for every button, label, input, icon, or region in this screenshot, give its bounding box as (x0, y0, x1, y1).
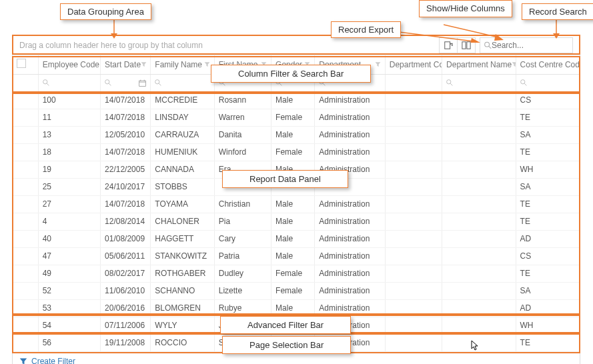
filter-icon[interactable] (141, 61, 147, 67)
cell-deptCode (385, 247, 442, 265)
col-filter-start[interactable] (101, 74, 151, 91)
cell-gender: Female (271, 265, 315, 282)
cell-start: 07/11/2006 (101, 317, 151, 334)
cell-sel (13, 334, 38, 351)
svg-line-24 (223, 83, 225, 85)
svg-line-12 (489, 46, 491, 48)
svg-line-26 (279, 83, 281, 85)
cell-deptCode (385, 317, 442, 334)
table-row[interactable]: 4705/06/2011STANKOWITZPatriaMaleAdminist… (13, 247, 580, 265)
cell-deptCode (385, 265, 442, 282)
cell-deptCode (385, 230, 442, 247)
cell-costCentre: TE (516, 143, 579, 161)
cell-deptName1: Administration (315, 213, 385, 230)
cell-first: Rosann (214, 91, 271, 109)
svg-line-32 (524, 83, 526, 85)
col-filter-deptCode[interactable] (385, 74, 442, 91)
cell-start: 22/12/2005 (101, 161, 151, 178)
cell-deptCode (385, 334, 442, 351)
filter-icon[interactable] (512, 61, 516, 67)
cell-empCode: 13 (38, 126, 100, 143)
cell-deptName2 (442, 195, 516, 213)
filter-icon[interactable] (375, 61, 381, 67)
export-button[interactable] (439, 37, 458, 53)
search-input[interactable] (492, 39, 568, 52)
cell-deptCode (385, 126, 442, 143)
columns-button[interactable] (457, 37, 476, 53)
col-header-empCode[interactable]: Employee Code (38, 55, 100, 74)
cell-sel (13, 109, 38, 126)
cell-start: 14/07/2018 (101, 91, 151, 109)
select-all-checkbox[interactable] (17, 59, 26, 68)
col-header-sel[interactable] (13, 55, 38, 74)
table-row[interactable]: 4001/08/2009HAGGETTCaryMaleAdministratio… (13, 230, 580, 247)
cell-gender: Male (271, 213, 315, 230)
cell-gender: Male (271, 247, 315, 265)
cell-sel (13, 178, 38, 195)
cell-deptName2 (442, 317, 516, 334)
cell-empCode: 53 (38, 299, 100, 317)
cell-gender: Male (271, 126, 315, 143)
col-header-costCentre[interactable]: Cost Centre Code (516, 55, 579, 74)
col-filter-costCentre[interactable] (516, 74, 579, 91)
svg-point-21 (155, 80, 159, 84)
col-filter-sel[interactable] (13, 74, 38, 91)
cell-empCode: 56 (38, 334, 100, 351)
cell-first: Cary (214, 230, 271, 247)
cell-empCode: 40 (38, 230, 100, 247)
table-row[interactable]: 412/08/2014CHALONERPiaMaleAdministration… (13, 213, 580, 230)
cell-start: 14/07/2018 (101, 143, 151, 161)
table-row[interactable]: 5320/06/2016BLOMGRENRubyeMaleAdministrat… (13, 299, 580, 317)
table-row[interactable]: 4908/02/2017ROTHGABERDudleyFemaleAdminis… (13, 265, 580, 282)
cell-deptCode (385, 282, 442, 299)
cell-empCode: 18 (38, 143, 100, 161)
calendar-icon[interactable] (139, 79, 146, 87)
col-header-deptName2[interactable]: Department Name (442, 55, 516, 74)
cell-costCentre: WH (516, 317, 579, 334)
table-row[interactable]: 10014/07/2018MCCREDIERosannMaleAdministr… (13, 91, 580, 109)
cell-start: 05/06/2011 (101, 247, 151, 265)
col-header-family[interactable]: Family Name (151, 55, 214, 74)
col-header-start[interactable]: Start Date (101, 55, 151, 74)
table-row[interactable]: 2714/07/2018TOYAMAChristianMaleAdministr… (13, 195, 580, 213)
search-box[interactable] (480, 37, 573, 53)
overlay-col-filter: Column Filter & Search Bar (211, 65, 371, 83)
callout-grouping: Data Grouping Area (60, 3, 151, 20)
cell-sel (13, 161, 38, 178)
cell-costCentre: TE (516, 109, 579, 126)
data-grid: Employee CodeStart DateFamily NameFirst … (13, 55, 580, 352)
grouping-bar[interactable]: Drag a column header here to group by th… (13, 35, 580, 55)
cell-family: BLOMGREN (151, 299, 214, 317)
col-filter-empCode[interactable] (38, 74, 100, 91)
cell-family: ROTHGABER (151, 265, 214, 282)
cell-family: ROCCIO (151, 334, 214, 351)
cell-costCentre: TE (516, 334, 579, 351)
svg-point-29 (447, 80, 451, 84)
col-header-deptCode[interactable]: Department Code (385, 55, 442, 74)
svg-line-30 (450, 83, 452, 85)
svg-point-31 (520, 80, 524, 84)
cell-sel (13, 126, 38, 143)
svg-line-14 (47, 83, 49, 85)
table-row[interactable]: 1114/07/2018LINSDAYWarrenFemaleAdministr… (13, 109, 580, 126)
cell-empCode: 27 (38, 195, 100, 213)
table-row[interactable]: 1312/05/2010CARRAUZADanitaMaleAdministra… (13, 126, 580, 143)
table-row[interactable]: 1814/07/2018HUMENIUKWinfordFemaleAdminis… (13, 143, 580, 161)
table-row[interactable]: 5211/06/2010SCHANNOLizetteFemaleAdminist… (13, 282, 580, 299)
cell-deptName2 (442, 91, 516, 109)
cell-deptName1: Administration (315, 265, 385, 282)
filter-icon[interactable] (204, 61, 210, 67)
cell-deptCode (385, 178, 442, 195)
cell-start: 12/05/2010 (101, 126, 151, 143)
create-filter-link[interactable]: Create Filter (31, 357, 75, 364)
overlay-data-panel: Report Data Panel (222, 170, 348, 188)
cell-empCode: 19 (38, 161, 100, 178)
cell-deptCode (385, 161, 442, 178)
search-icon (105, 79, 111, 86)
col-filter-deptName2[interactable] (442, 74, 516, 91)
cell-deptName1: Administration (315, 91, 385, 109)
col-filter-family[interactable] (151, 74, 214, 91)
cell-sel (13, 282, 38, 299)
cell-empCode: 54 (38, 317, 100, 334)
svg-rect-9 (462, 41, 466, 49)
